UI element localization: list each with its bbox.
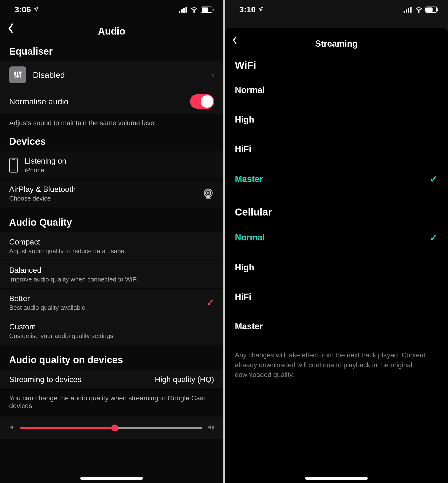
chevron-right-icon: › [211,70,214,80]
svg-point-15 [206,191,211,196]
svg-rect-24 [437,8,438,11]
listening-device: iPhone [25,166,66,174]
streaming-devices-label: Streaming to devices [9,375,81,384]
page-title: Streaming [315,39,358,49]
airplay-sub: Choose device [9,195,76,202]
volume-slider[interactable] [20,427,202,429]
section-quality-heading: Audio Quality [0,208,224,232]
svg-rect-7 [213,8,214,11]
volume-slider-area [0,417,224,439]
equaliser-icon [9,66,26,83]
location-icon [33,7,39,12]
svg-point-11 [17,75,19,77]
section-wifi-heading: WiFi [225,56,448,75]
wifi-option-normal[interactable]: Normal [225,75,448,105]
quality-option-balanced[interactable]: BalancedImprove audio quality when conne… [0,261,224,289]
wifi-option-high[interactable]: High [225,105,448,134]
section-devices-heading: Devices [0,134,224,151]
airplay-title: AirPlay & Bluetooth [9,185,76,194]
chevron-left-icon [7,23,15,33]
chevron-left-icon [232,36,237,44]
quality-option-better[interactable]: BetterBest audio quality available. ✓ [0,289,224,317]
quality-option-custom[interactable]: CustomCustomise your audio quality setti… [0,317,224,345]
svg-point-9 [14,73,16,74]
svg-point-4 [194,11,195,12]
wifi-icon [415,7,423,13]
nav-header: Audio [0,17,224,44]
normalise-label: Normalise audio [9,97,69,106]
location-icon [258,7,263,12]
svg-rect-3 [185,7,187,13]
streaming-devices-value: High quality (HQ) [155,375,214,384]
normalise-desc: Adjusts sound to maintain the same volum… [0,114,224,134]
equaliser-state: Disabled [33,70,65,80]
quality-option-compact[interactable]: CompactAdjust audio quality to reduce da… [0,232,224,261]
svg-rect-1 [181,9,183,13]
svg-rect-19 [408,8,409,13]
svg-point-21 [418,11,419,12]
normalise-toggle[interactable] [190,94,214,109]
section-quality-devices-heading: Audio quality on devices [0,345,224,370]
equaliser-row[interactable]: Disabled › [0,61,224,89]
wifi-option-hifi[interactable]: HiFi [225,134,448,164]
status-bar: 3:10 [225,0,448,17]
status-bar: 3:06 [0,0,224,17]
home-indicator[interactable] [305,477,368,480]
status-time: 3:06 [15,5,39,14]
svg-point-16 [207,192,209,194]
airplay-row[interactable]: AirPlay & Bluetooth Choose device [0,180,224,208]
section-cellular-heading: Cellular [225,194,448,222]
status-icons [404,7,438,13]
cellular-option-high[interactable]: High [225,253,448,282]
check-icon: ✓ [207,297,214,308]
streaming-devices-desc: You can change the audio quality when st… [0,390,224,417]
section-equaliser-heading: Equaliser [0,44,224,61]
svg-rect-20 [410,7,412,13]
iphone-icon [9,158,18,172]
check-icon: ✓ [430,232,438,243]
status-time: 3:10 [239,5,264,14]
svg-rect-6 [202,8,208,12]
signal-icon [404,7,412,13]
svg-rect-18 [406,9,407,13]
svg-rect-17 [404,11,405,13]
streaming-to-devices-row[interactable]: Streaming to devices High quality (HQ) [0,370,224,390]
wifi-option-master[interactable]: Master✓ [225,164,448,194]
volume-high-icon [207,424,214,432]
svg-rect-2 [183,8,185,13]
listening-title: Listening on [25,156,66,165]
cellular-option-normal[interactable]: Normal✓ [225,222,448,253]
cellular-option-hifi[interactable]: HiFi [225,282,448,312]
airplay-icon [202,188,214,200]
svg-rect-23 [426,8,432,12]
page-title: Audio [98,26,125,37]
cellular-option-master[interactable]: Master [225,312,448,341]
status-icons [179,7,214,13]
home-indicator[interactable] [80,477,143,480]
svg-point-13 [19,72,21,74]
streaming-footer-note: Any changes will take effect from the ne… [225,341,448,389]
back-button[interactable] [232,36,237,46]
svg-rect-0 [179,11,180,13]
normalise-row[interactable]: Normalise audio [0,89,224,114]
listening-row[interactable]: Listening on iPhone [0,151,224,180]
battery-icon [425,7,438,13]
check-icon: ✓ [430,173,438,185]
screen-audio: 3:06 Audio Equaliser Disabled › Normalis… [0,0,225,483]
wifi-icon [190,7,198,13]
nav-header: Streaming [225,28,448,56]
battery-icon [201,7,214,13]
volume-low-icon [9,424,16,432]
back-button[interactable] [7,23,15,36]
screen-streaming: 3:10 Streaming WiFi Normal High HiFi Mas… [225,0,448,483]
signal-icon [179,7,188,13]
